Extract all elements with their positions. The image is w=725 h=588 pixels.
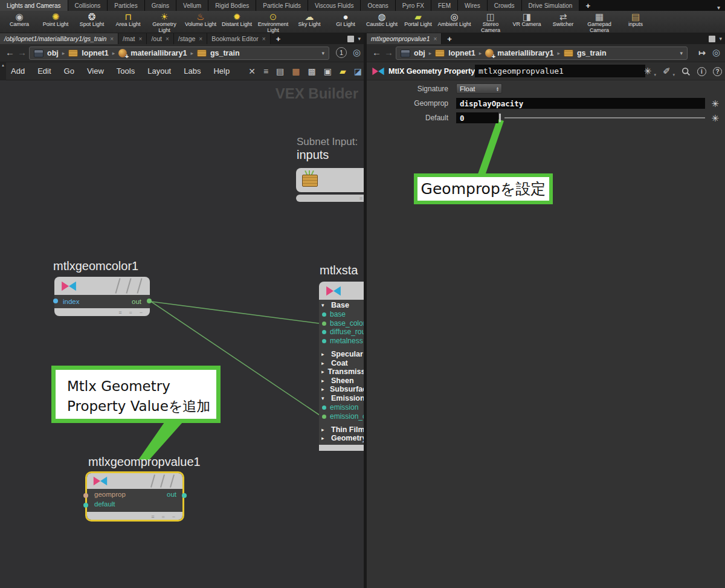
menu-tools[interactable]: Tools [117,66,135,76]
shelf-tab-pyro-fx[interactable]: Pyro FX [396,0,431,11]
pane-layout-icon[interactable] [347,36,354,42]
back-arrow-icon[interactable]: ← [372,47,381,57]
port-group-thin-film[interactable]: ▸ Thin Film [321,425,364,434]
pane-tab-stage[interactable]: /stage × [174,33,207,44]
close-icon[interactable]: × [433,36,437,42]
tool-point-light[interactable]: ✺ Point Light [37,11,74,28]
port-emission[interactable]: emission [321,403,364,412]
port-group-coat[interactable]: ▸ Coat [321,359,364,367]
breadcrumb-gs-train[interactable]: gs_train [577,49,607,57]
menu-collapse-icon[interactable]: ▲ [0,62,6,80]
port-metalness[interactable]: metalness [321,337,364,345]
shelf-tab-fem[interactable]: FEM [431,0,458,11]
forward-arrow-icon[interactable]: → [18,47,27,57]
sticky-note-icon[interactable]: ▰ [340,67,346,76]
snapshot-count-badge[interactable]: 1 [336,47,347,58]
shelf-tab-vellum[interactable]: Vellum [176,0,208,11]
input-port-dot-connected[interactable] [322,415,326,419]
subnet-input-node[interactable] [296,168,364,192]
pane-tab-mtlxgeompropvalue1[interactable]: mtlxgeompropvalue1 × [367,33,442,44]
input-port-dot[interactable] [322,405,326,410]
close-icon[interactable]: × [139,36,143,42]
network-canvas[interactable]: VEX Builder Subnet Input: inputs ≡ mtlxg… [0,80,364,588]
geomcolor-node[interactable]: index out ≡=− [54,277,150,316]
network-boxes-icon[interactable]: ▣ [324,67,332,76]
pane-tab-gs-train[interactable]: /obj/lopnet1/materiallibrary1/gs_train × [0,33,118,44]
shelf-tab-wires[interactable]: Wires [458,0,488,11]
menu-layout[interactable]: Layout [147,66,171,76]
search-icon[interactable] [682,67,691,76]
pane-menu-caret-icon[interactable]: ▾ [358,36,361,42]
help-icon[interactable]: ? [713,67,722,76]
info-icon[interactable]: i [697,67,706,76]
breadcrumb-lopnet1[interactable]: lopnet1 [448,49,475,57]
menu-labs[interactable]: Labs [184,66,201,76]
breadcrumb[interactable]: obj ▸ lopnet1 ▸ materiallibrary1 ▸ gs_tr… [29,47,329,60]
subnet-input-output-bar[interactable]: ≡ [296,195,364,202]
tool-spot-light[interactable]: ❂ Spot Light [74,11,110,28]
tool-vr-camera[interactable]: ◨ VR Camera [509,11,545,28]
signature-select[interactable]: Float ▴▾ [456,83,502,94]
breadcrumb-lopnet1[interactable]: lopnet1 [82,49,108,57]
input-port-dot[interactable] [322,330,326,334]
radial-menu-icon[interactable]: ◎ [712,47,720,58]
pane-tab-out[interactable]: /out × [147,33,173,44]
breadcrumb-materiallibrary1[interactable]: materiallibrary1 [497,49,553,57]
shelf-tab-particles[interactable]: Particles [108,0,144,11]
input-port-dot[interactable] [322,339,326,343]
back-arrow-icon[interactable]: ← [5,47,14,57]
tool-stereo-camera[interactable]: ◫ Stereo Camera [472,11,509,33]
default-input[interactable]: 0 [456,112,498,123]
menu-view[interactable]: View [87,66,104,76]
shelf-add-tab-button[interactable]: + [579,0,596,11]
forward-arrow-icon[interactable]: → [384,47,393,57]
breadcrumb-gs-train[interactable]: gs_train [210,49,240,57]
standard-surface-node[interactable]: ▾ Base base base_color diffuse_roug meta… [319,282,364,451]
shelf-tab-viscous-fluids[interactable]: Viscous Fluids [308,0,361,11]
color-palette-icon[interactable]: ▦ [292,67,300,76]
parameter-gear-icon[interactable]: ✳ [711,113,719,124]
pane-tab-bookmark-editor[interactable]: Bookmark Editor × [207,33,270,44]
shelf-tab-crowds[interactable]: Crowds [488,0,522,11]
index-input-port[interactable] [53,299,58,303]
port-emission-color[interactable]: emission_co [321,412,364,421]
menu-add[interactable]: Add [11,66,25,76]
tool-gi-light[interactable]: ● GI Light [327,11,364,28]
shelf-tab-particle-fluids[interactable]: Particle Fluids [256,0,308,11]
add-pane-tab-button[interactable]: + [271,33,286,44]
shelf-tab-collisions[interactable]: Collisions [68,0,108,11]
menu-go[interactable]: Go [64,66,74,76]
parameter-gear-icon[interactable]: ✳ [711,99,719,109]
geomprop-input-port[interactable] [83,493,88,498]
shelf-tab-lights-and-cameras[interactable]: Lights and Cameras [0,0,68,11]
close-icon[interactable]: × [166,36,169,42]
tool-portal-light[interactable]: ▰ Portal Light [400,11,436,28]
tool-caustic-light[interactable]: ◍ Caustic Light [364,11,400,28]
breadcrumb-obj[interactable]: obj [47,49,59,57]
list-view-icon[interactable]: ▤ [276,67,284,76]
geomprop-input[interactable]: displayOpacity [456,98,705,109]
port-group-emission[interactable]: ▾ Emission [321,394,364,402]
menu-help[interactable]: Help [213,66,230,76]
tool-distant-light[interactable]: ✹ Distant Light [219,11,255,28]
close-icon[interactable]: × [110,36,114,42]
pane-menu-caret-icon[interactable]: ▾ [719,36,722,42]
tool-camera[interactable]: ◉ Camera [1,11,37,28]
input-port-dot[interactable] [322,312,326,317]
tool-ambient-light[interactable]: ◎ Ambient Light [436,11,472,28]
pane-layout-icon[interactable] [709,36,715,42]
input-port-dot-connected[interactable] [322,321,326,326]
tool-area-light[interactable]: ⊓ Area Light [110,11,146,28]
tools-icon[interactable]: ✕ [248,67,256,76]
port-group-subsurface[interactable]: ▸ Subsurface [321,385,364,393]
pane-tab-mat[interactable]: /mat × [118,33,147,44]
port-group-geometry[interactable]: ▸ Geometry [321,434,364,442]
default-input-port[interactable] [83,503,88,508]
shelf-tab-rigid-bodies[interactable]: Rigid Bodies [208,0,256,11]
breadcrumb-caret-icon[interactable]: ▾ [680,50,683,56]
geompropvalue-out-port[interactable] [182,493,187,498]
close-icon[interactable]: × [262,36,266,42]
default-slider-handle[interactable] [499,114,501,122]
breadcrumb-obj[interactable]: obj [414,49,425,57]
default-slider-track[interactable] [504,117,705,118]
